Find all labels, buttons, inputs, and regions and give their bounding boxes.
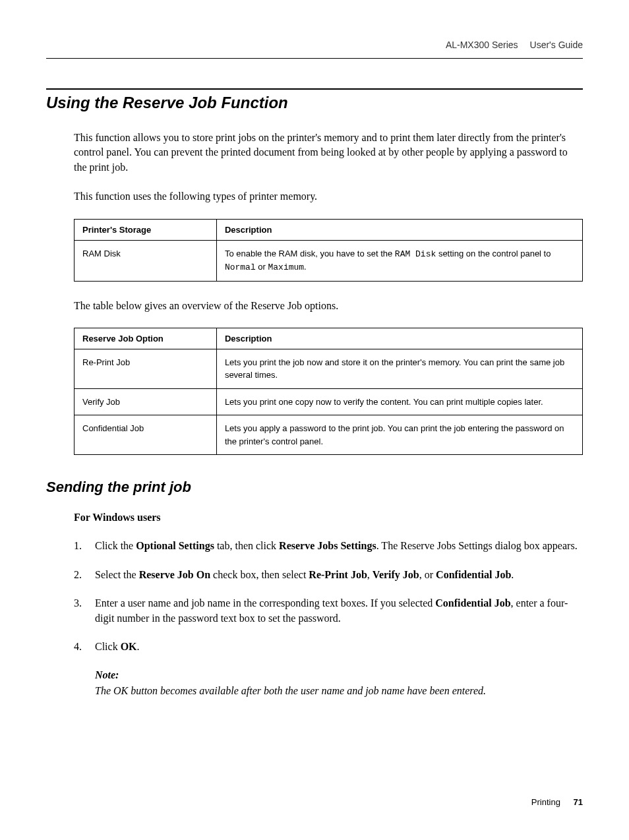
table-row: Re-Print JobLets you print the job now a… <box>75 349 583 388</box>
intro-paragraph-2: This function uses the following types o… <box>74 189 583 204</box>
header-product: AL-MX300 Series <box>446 40 518 50</box>
intro-paragraph-1: This function allows you to store print … <box>74 131 583 175</box>
page-footer: Printing 71 <box>531 797 583 807</box>
table2-header-option: Reserve Job Option <box>75 328 217 349</box>
note-block: Note: The OK button becomes available af… <box>95 667 583 698</box>
subsection-title: Sending the print job <box>46 479 583 496</box>
footer-section: Printing <box>531 797 560 807</box>
page-header: AL-MX300 Series User's Guide <box>46 40 583 59</box>
footer-page-number: 71 <box>574 797 583 807</box>
table2-intro: The table below gives an overview of the… <box>74 299 583 313</box>
table-row: Verify JobLets you print one copy now to… <box>75 388 583 415</box>
table2-header-description: Description <box>216 328 582 349</box>
table-cell: Lets you apply a password to the print j… <box>216 415 582 455</box>
table-cell: Verify Job <box>75 388 217 415</box>
list-item: Enter a user name and job name in the co… <box>74 595 583 626</box>
list-item: Click OK. <box>74 639 583 654</box>
table1-header-description: Description <box>216 219 582 240</box>
table-row: RAM DiskTo enable the RAM disk, you have… <box>75 240 583 281</box>
reserve-job-option-table: Reserve Job Option Description Re-Print … <box>74 328 583 456</box>
header-doc-type: User's Guide <box>530 40 583 50</box>
sub-heading: For Windows users <box>74 512 583 524</box>
table1-header-storage: Printer's Storage <box>75 219 217 240</box>
table-cell: Lets you print one copy now to verify th… <box>216 388 582 415</box>
table-cell: To enable the RAM disk, you have to set … <box>216 240 582 281</box>
table-cell: Lets you print the job now and store it … <box>216 349 582 388</box>
printer-storage-table: Printer's Storage Description RAM DiskTo… <box>74 219 583 282</box>
table-cell: Re-Print Job <box>75 349 217 388</box>
list-item: Select the Reserve Job On check box, the… <box>74 567 583 582</box>
table-cell: RAM Disk <box>75 240 217 281</box>
note-text: The OK button becomes available after bo… <box>95 683 583 698</box>
note-label: Note: <box>95 667 583 682</box>
table-row: Confidential JobLets you apply a passwor… <box>75 415 583 455</box>
section-title: Using the Reserve Job Function <box>46 88 583 112</box>
table-cell: Confidential Job <box>75 415 217 455</box>
list-item: Click the Optional Settings tab, then cl… <box>74 538 583 553</box>
steps-list: Click the Optional Settings tab, then cl… <box>74 538 583 654</box>
